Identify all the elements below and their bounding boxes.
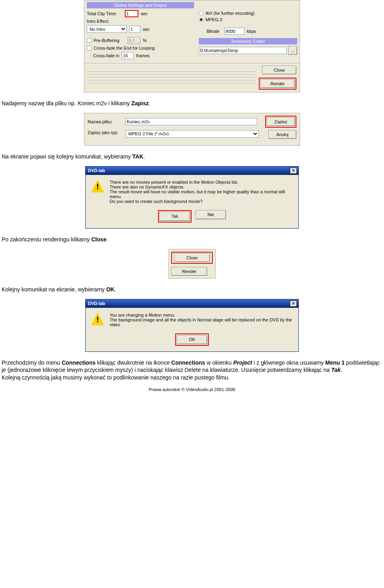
article-paragraph-5: Przechodzimy do menu Connections klikają…	[0, 359, 384, 382]
temp-folder-input[interactable]	[199, 47, 287, 54]
crossfade-end-label: Cross-fade the End for Looping	[94, 46, 155, 50]
total-clip-time-input[interactable]	[125, 10, 138, 17]
close-button[interactable]: Close	[262, 66, 296, 74]
sec-label: sec	[141, 11, 148, 16]
intro-sec-input[interactable]	[129, 26, 140, 33]
crossfade-end-checkbox[interactable]	[87, 46, 92, 50]
percent-label: %	[143, 38, 147, 43]
filetype-select[interactable]: MPEG 2 File (*.m2v)	[126, 130, 259, 138]
resize-gripper-icon[interactable]: ...	[84, 142, 300, 145]
bitrate-label: Bitrate	[207, 29, 224, 34]
warning-icon	[91, 180, 104, 193]
avi-label: AVI (for further encoding)	[206, 11, 255, 16]
prebuffering-checkbox[interactable]	[87, 38, 92, 43]
browse-button[interactable]: ...	[288, 46, 297, 55]
footer-copyright: Prawa autorskie © VideoAudio.pl 2001-200…	[0, 387, 384, 392]
total-clip-time-label: Total Clip Time:	[87, 11, 125, 16]
nie-button[interactable]: Nie	[196, 210, 226, 219]
mpeg2-radio[interactable]	[199, 17, 204, 22]
close-icon[interactable]: ✕	[290, 301, 297, 307]
intro-effect-label: Intro Effect:	[87, 19, 109, 24]
cancel-button[interactable]: Anuluj	[268, 130, 296, 139]
save-button[interactable]: Zapisz	[267, 117, 295, 126]
dvd-lab-dialog-2: DVD-lab ✕ You are changing a Motion menu…	[85, 299, 299, 352]
temp-folder-header: Temporary Folder	[199, 38, 297, 44]
filename-input[interactable]	[126, 118, 257, 125]
article-paragraph-3: Po zakończeniu renderingu klikamy Close.	[0, 236, 384, 243]
mpeg2-label: MPEG-2	[206, 17, 222, 22]
dialog-message-2: You are changing a Motion menu. The back…	[110, 313, 293, 327]
global-settings-header: Global Settings and Output	[87, 2, 194, 8]
dvd-lab-dialog-1: DVD-lab ✕ There are no movies present or…	[85, 166, 299, 229]
intro-sec-label: sec	[143, 27, 150, 32]
close-button-2[interactable]: Close	[174, 253, 210, 262]
prebuffering-label: Pre-Buffering	[94, 38, 128, 43]
intro-effect-select[interactable]: No Intro	[87, 25, 127, 33]
filename-label: Nazwa pliku:	[88, 119, 122, 124]
ok-button[interactable]: OK	[177, 335, 207, 344]
dialog-title: DVD-lab	[88, 168, 290, 173]
save-dialog-panel: Nazwa pliku: Zapisz Zapisz jako typ: MPE…	[84, 113, 300, 146]
dialog-title-2: DVD-lab	[88, 301, 290, 306]
prebuffering-input	[128, 37, 140, 44]
warning-icon	[91, 313, 104, 325]
bitrate-input[interactable]	[224, 28, 244, 35]
article-paragraph-4: Kolejny komunikat na ekranie, wybieramy …	[0, 286, 384, 293]
kbps-label: kbps	[247, 29, 256, 34]
crossfade-in-label: Cross-fade in	[93, 53, 119, 58]
frames-label: frames	[136, 53, 150, 58]
close-render-panel: Close Render	[168, 249, 216, 279]
render-button[interactable]: Render	[260, 79, 295, 88]
tak-button[interactable]: Tak	[160, 212, 190, 221]
close-icon[interactable]: ✕	[290, 168, 297, 174]
filetype-label: Zapisz jako typ:	[88, 130, 122, 135]
global-settings-panel: Global Settings and Output Total Clip Ti…	[84, 0, 300, 92]
render-button-2[interactable]: Render	[171, 267, 207, 276]
article-paragraph-2: Na ekranie pojawi się kolejny komunikat,…	[0, 153, 384, 161]
avi-radio[interactable]	[199, 11, 204, 16]
article-paragraph-1: Nadajemy nazwę dla pliku np. Koniec.m2v …	[0, 100, 384, 107]
dialog-message: There are no movies present or enabled i…	[110, 180, 293, 204]
crossfade-frames-input[interactable]	[122, 52, 134, 59]
